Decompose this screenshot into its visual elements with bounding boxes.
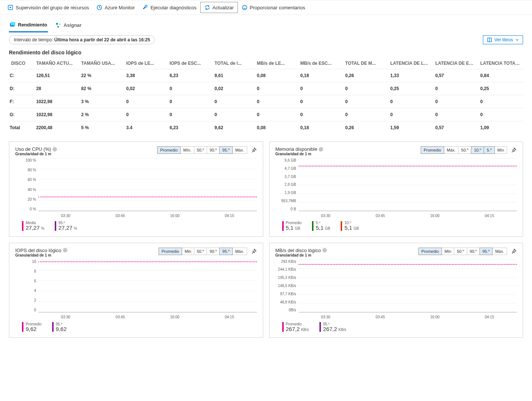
agg-button[interactable]: Máx. xyxy=(492,248,507,255)
y-axis: 100 %80 %60 %40 %20 %0 % xyxy=(15,158,38,211)
agg-button[interactable]: 95.º xyxy=(219,146,232,154)
agg-button[interactable]: Promedio xyxy=(421,146,444,154)
agg-button[interactable]: Máx. xyxy=(444,146,459,154)
x-tick: 03:45 xyxy=(115,315,125,319)
agg-button[interactable]: 50.º xyxy=(194,146,207,154)
legend-value: 5,1 xyxy=(344,225,352,231)
y-tick: 0B/s xyxy=(275,308,296,312)
y-tick: 10 xyxy=(15,260,36,264)
table-header[interactable]: LATENCIA TOTAL de... xyxy=(478,58,523,69)
tab-assign[interactable]: Asignar xyxy=(55,19,82,32)
info-icon[interactable] xyxy=(63,248,67,252)
pin-icon[interactable] xyxy=(511,248,517,254)
pin-icon[interactable] xyxy=(511,147,517,153)
agg-button[interactable]: 5.º xyxy=(484,146,494,154)
plot-area xyxy=(38,260,257,312)
wrench-icon xyxy=(142,4,148,10)
y-tick: 80 % xyxy=(15,168,36,172)
pin-icon[interactable] xyxy=(251,248,257,254)
agg-button[interactable]: 50.º xyxy=(454,248,467,255)
agg-button[interactable]: 50.º xyxy=(458,146,471,154)
info-icon[interactable] xyxy=(319,147,323,152)
toolbar-diagnostics[interactable]: Ejecutar diagnósticos xyxy=(138,2,200,13)
agg-group: PromedioMáx.50.º10.º5.ºMín xyxy=(421,146,507,154)
table-cell: 1,33 xyxy=(388,69,433,82)
table-cell: 126,51 xyxy=(34,69,79,82)
agg-group: PromedioMin50.º90.º95.ºMáx. xyxy=(159,248,247,255)
table-header[interactable]: LATENCIA DE ESCRI... xyxy=(433,58,478,69)
toolbar-feedback[interactable]: Proporcionar comentarios xyxy=(238,2,309,13)
plot-area xyxy=(38,158,257,211)
table-header[interactable]: IOPS de ESC... xyxy=(167,58,212,69)
toolbar-label: Azure Monitor xyxy=(105,5,135,10)
agg-button[interactable]: 95.º xyxy=(480,248,493,255)
toolbar-resource-group[interactable]: Supervisión del grupo de recursos xyxy=(4,2,93,13)
resource-group-icon xyxy=(7,4,13,10)
table-cell: 0 xyxy=(167,108,212,121)
agg-button[interactable]: Min xyxy=(182,248,194,255)
table-header[interactable]: DISCO xyxy=(9,58,34,69)
timerange-pill[interactable]: Intervalo de tiempo: Última hora a parti… xyxy=(9,35,155,44)
table-cell: 0,84 xyxy=(478,69,523,82)
y-tick: 0 xyxy=(15,308,36,312)
legend-color xyxy=(341,221,342,231)
toolbar-azure-monitor[interactable]: Azure Monitor xyxy=(93,2,138,13)
legend-color xyxy=(22,221,23,231)
table-cell: 0 xyxy=(298,95,343,108)
plot-area xyxy=(299,158,517,211)
agg-button[interactable]: Máx. xyxy=(232,146,247,154)
legend-color xyxy=(22,322,23,332)
agg-button[interactable]: 50.º xyxy=(194,248,207,255)
agg-button[interactable]: 90.º xyxy=(207,248,220,255)
table-cell: 82 % xyxy=(79,82,124,95)
table-header[interactable]: LATENCIA DE LECT... xyxy=(388,58,433,69)
y-tick: 20 % xyxy=(15,197,36,201)
chart-body: 1086420 03:3003:4516:0004:15 xyxy=(15,260,257,319)
series-line xyxy=(38,197,257,197)
info-icon[interactable] xyxy=(52,147,57,152)
table-cell: D: xyxy=(9,82,34,95)
table-cell: 0,18 xyxy=(298,121,343,134)
agg-button[interactable]: Promedio xyxy=(418,248,442,255)
table-header[interactable]: TAMAÑO USA... xyxy=(79,58,124,69)
agg-button[interactable]: Mín xyxy=(494,146,507,154)
agg-button[interactable]: Mín xyxy=(442,248,454,255)
legend-value: 267,2 xyxy=(286,326,300,332)
agg-button[interactable]: 10.º xyxy=(471,146,484,154)
toolbar-refresh[interactable]: Actualizar xyxy=(200,2,238,13)
agg-button[interactable]: 90.º xyxy=(207,146,220,154)
table-header[interactable]: TOTAL de I... xyxy=(212,58,255,69)
agg-button[interactable]: 95.º xyxy=(219,248,232,255)
legend-value: 267,2 xyxy=(323,326,337,332)
table-cell: 0 xyxy=(478,108,523,121)
table-cell: F: xyxy=(9,95,34,108)
series-line xyxy=(299,166,517,166)
table-header[interactable]: IOPS de LE... xyxy=(124,58,167,69)
table-header[interactable]: TAMAÑO ACTU... xyxy=(34,58,79,69)
y-tick: 4 xyxy=(15,289,36,293)
chart-body: 293 KB/s244,1 KB/s195,3 KB/s146,5 KB/s97… xyxy=(275,260,517,319)
y-tick: 97,7 KB/s xyxy=(275,292,296,296)
toolbar-label: Ejecutar diagnósticos xyxy=(150,5,197,10)
agg-button[interactable]: Mín. xyxy=(180,146,194,154)
table-header[interactable]: TOTAL DE M... xyxy=(343,58,388,69)
view-books-button[interactable]: Ver libros xyxy=(483,35,523,44)
y-tick: 40 % xyxy=(15,188,36,192)
table-cell: 5 % xyxy=(79,121,124,134)
y-tick: 5,6 GB xyxy=(275,158,296,162)
table-header[interactable]: MB/s de ESC... xyxy=(298,58,343,69)
agg-button[interactable]: Promedio xyxy=(157,146,181,154)
info-icon[interactable] xyxy=(322,248,327,252)
table-cell: 3,38 xyxy=(124,69,167,82)
pin-icon[interactable] xyxy=(251,147,257,153)
series-line xyxy=(38,261,257,262)
x-axis: 03:3003:4516:0004:15 xyxy=(38,214,257,218)
legend-color xyxy=(55,221,56,231)
tab-performance[interactable]: Rendimiento xyxy=(9,19,48,32)
y-tick: 953,7MB xyxy=(275,199,296,203)
agg-button[interactable]: Máx. xyxy=(232,248,247,255)
agg-button[interactable]: Promedio xyxy=(159,248,182,255)
x-tick: 03:45 xyxy=(376,315,385,319)
agg-button[interactable]: 90.º xyxy=(467,248,480,255)
table-header[interactable]: MB/s de LE... xyxy=(255,58,298,69)
